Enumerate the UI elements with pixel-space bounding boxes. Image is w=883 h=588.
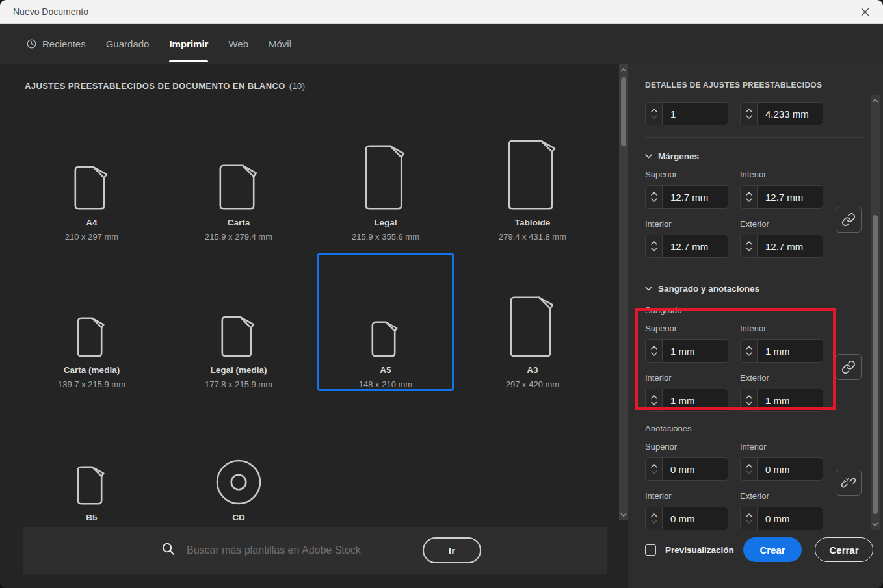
margin-exterior-field[interactable]: 12.7 mm — [740, 235, 823, 258]
field-value[interactable]: 1 — [663, 103, 728, 125]
margin-inferior-field[interactable]: 12.7 mm — [740, 185, 823, 209]
stepper-down-icon[interactable] — [746, 248, 752, 251]
preset-tile-a5[interactable]: A5148 x 210 mm — [317, 253, 454, 391]
close-dialog-button[interactable]: Cerrar — [815, 537, 873, 562]
sidebar-scrollbar[interactable] — [871, 95, 880, 530]
preset-tile-legal-media[interactable]: Legal (media)177.8 x 215.9 mm — [170, 253, 307, 391]
main-scrollbar[interactable] — [619, 64, 628, 520]
preset-tile-a3[interactable]: A3297 x 420 mm — [464, 253, 601, 391]
tab-imprimir[interactable]: Imprimir — [169, 24, 208, 64]
bleed-superior-field[interactable]: 1 mm — [645, 339, 728, 363]
stepper-up-icon[interactable] — [651, 513, 657, 517]
preset-tile-a4[interactable]: A4210 x 297 mm — [23, 105, 160, 244]
tab-label: Recientes — [42, 38, 86, 49]
bleed-interior-field[interactable]: 1 mm — [645, 389, 728, 412]
scroll-down-icon[interactable] — [619, 513, 628, 517]
field-value[interactable]: 1 mm — [663, 389, 728, 411]
tab-label: Móvil — [269, 38, 291, 49]
stepper-up-icon[interactable] — [746, 346, 752, 350]
stepper-up-icon[interactable] — [746, 395, 752, 399]
bleed-inferior-field[interactable]: 1 mm — [740, 339, 823, 363]
stepper-down-icon[interactable] — [651, 248, 657, 251]
margin-exterior-group: Exterior12.7 mm — [740, 219, 823, 258]
dialog-actions: Previsualización Crear Cerrar — [645, 537, 873, 562]
stepper-up-icon[interactable] — [651, 241, 657, 245]
preview-checkbox[interactable] — [645, 544, 656, 556]
link-icon[interactable] — [836, 207, 862, 233]
field-value[interactable]: 0 mm — [663, 507, 728, 530]
slug-interior-field[interactable]: 0 mm — [645, 507, 728, 530]
slug-superior-field[interactable]: 0 mm — [645, 457, 728, 481]
field-value[interactable]: 0 mm — [758, 458, 823, 480]
stepper-up-icon[interactable] — [746, 513, 752, 517]
field-value[interactable]: 12.7 mm — [758, 186, 823, 208]
preset-tile-cd[interactable]: CD120 x 120 mm — [170, 400, 307, 539]
field-value[interactable]: 12.7 mm — [663, 186, 728, 208]
slug-exterior-field[interactable]: 0 mm — [740, 507, 823, 530]
stepper-up-icon[interactable] — [746, 241, 752, 245]
stepper-up-icon[interactable] — [651, 192, 657, 196]
stepper-down-icon[interactable] — [651, 115, 657, 119]
preset-tile-tabloide[interactable]: Tabloide279.4 x 431.8 mm — [464, 105, 601, 244]
spinner-2-field[interactable]: 4.233 mm — [740, 102, 823, 125]
link-icon[interactable] — [836, 354, 862, 380]
bleed-exterior-field[interactable]: 1 mm — [740, 389, 823, 412]
stepper — [646, 186, 663, 208]
scroll-down-icon[interactable] — [871, 522, 880, 526]
tab-web[interactable]: Web — [228, 24, 248, 64]
stepper-up-icon[interactable] — [651, 346, 657, 350]
document-icon — [365, 119, 406, 210]
scrollbar-thumb[interactable] — [873, 215, 878, 514]
stepper-down-icon[interactable] — [651, 470, 657, 474]
scroll-up-icon[interactable] — [871, 99, 880, 103]
margin-interior-field[interactable]: 12.7 mm — [645, 235, 728, 258]
field-value[interactable]: 1 mm — [758, 389, 823, 411]
stepper-down-icon[interactable] — [746, 520, 752, 524]
tab-movil[interactable]: Móvil — [269, 24, 291, 64]
preset-tile-legal[interactable]: Legal215.9 x 355.6 mm — [317, 105, 454, 244]
search-input[interactable] — [187, 539, 404, 561]
bleed-section-header[interactable]: Sangrado y anotaciones — [645, 284, 883, 294]
stepper-up-icon[interactable] — [651, 395, 657, 399]
field-value[interactable]: 4.233 mm — [758, 103, 823, 125]
tab-guardado[interactable]: Guardado — [106, 24, 150, 64]
field-value[interactable]: 12.7 mm — [758, 235, 823, 257]
field-value[interactable]: 0 mm — [663, 458, 728, 480]
stepper-up-icon[interactable] — [746, 192, 752, 196]
slug-inferior-field[interactable]: 0 mm — [740, 457, 823, 481]
create-button[interactable]: Crear — [743, 537, 802, 562]
stepper-down-icon[interactable] — [746, 402, 752, 405]
margin-superior-field[interactable]: 12.7 mm — [645, 185, 728, 209]
stepper-down-icon[interactable] — [651, 352, 657, 356]
stepper-down-icon[interactable] — [651, 198, 657, 202]
margin-inferior-group: Inferior12.7 mm — [740, 170, 823, 209]
tab-recientes[interactable]: Recientes — [26, 24, 86, 64]
broken-link-icon[interactable] — [836, 470, 862, 496]
go-button[interactable]: Ir — [423, 537, 481, 563]
scrollbar-thumb[interactable] — [621, 77, 626, 146]
preview-label: Previsualización — [665, 545, 734, 555]
stepper-up-icon[interactable] — [746, 464, 752, 468]
preset-tile-carta-media[interactable]: Carta (media)139.7 x 215.9 mm — [23, 253, 160, 391]
stepper — [646, 340, 663, 362]
field-value[interactable]: 1 mm — [758, 340, 823, 362]
field-value[interactable]: 1 mm — [663, 340, 728, 362]
stepper-down-icon[interactable] — [746, 115, 752, 119]
stepper-down-icon[interactable] — [651, 402, 657, 405]
preset-tile-b5[interactable]: B5176 x 250 mm — [23, 400, 160, 539]
preset-dimensions: 215.9 x 355.6 mm — [352, 232, 419, 242]
stepper-up-icon[interactable] — [746, 109, 752, 112]
stepper-down-icon[interactable] — [746, 198, 752, 202]
stepper-up-icon[interactable] — [651, 109, 657, 112]
stepper-down-icon[interactable] — [746, 352, 752, 356]
stepper-down-icon[interactable] — [746, 470, 752, 474]
field-value[interactable]: 12.7 mm — [663, 235, 728, 257]
stepper-up-icon[interactable] — [651, 464, 657, 468]
stepper-down-icon[interactable] — [651, 520, 657, 524]
field-value[interactable]: 0 mm — [758, 507, 823, 530]
close-icon[interactable] — [856, 3, 874, 21]
preset-tile-carta[interactable]: Carta215.9 x 279.4 mm — [170, 105, 307, 244]
spinner-1-field[interactable]: 1 — [645, 102, 728, 125]
scroll-up-icon[interactable] — [619, 68, 628, 72]
margins-section-header[interactable]: Márgenes — [645, 151, 883, 161]
